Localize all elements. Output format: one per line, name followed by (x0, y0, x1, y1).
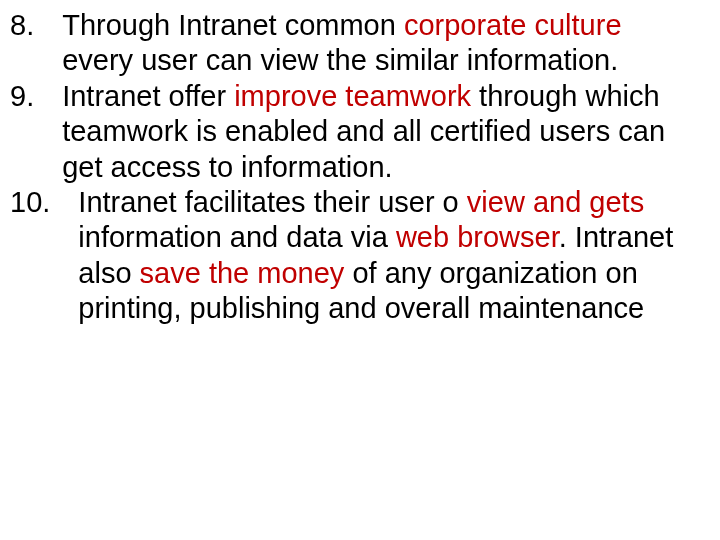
item-text: Intranet offer improve teamwork through … (34, 79, 700, 185)
item-text: Intranet facilitates their user o view a… (50, 185, 700, 327)
item-text: Through Intranet common corporate cultur… (34, 8, 700, 79)
item-number: 10. (10, 185, 50, 220)
list-item: 10. Intranet facilitates their user o vi… (10, 185, 700, 327)
item-number: 9. (10, 79, 34, 114)
slide-body: 8. Through Intranet common corporate cul… (0, 0, 720, 540)
list-item: 8. Through Intranet common corporate cul… (10, 8, 700, 79)
item-number: 8. (10, 8, 34, 43)
list-item: 9. Intranet offer improve teamwork throu… (10, 79, 700, 185)
